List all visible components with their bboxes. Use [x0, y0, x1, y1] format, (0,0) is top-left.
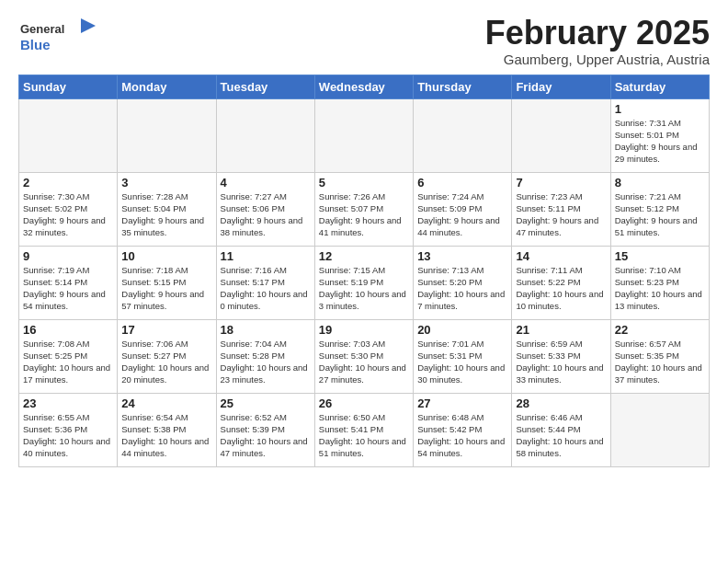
- day-number: 20: [417, 323, 507, 337]
- day-number: 12: [319, 249, 409, 263]
- day-info: Sunrise: 7:04 AM Sunset: 5:28 PM Dayligh…: [221, 338, 311, 386]
- day-info: Sunrise: 7:30 AM Sunset: 5:02 PM Dayligh…: [23, 190, 113, 239]
- calendar-week-5: 23Sunrise: 6:55 AM Sunset: 5:36 PM Dayli…: [19, 393, 710, 466]
- logo: General Blue: [18, 15, 101, 55]
- calendar-week-3: 9Sunrise: 7:19 AM Sunset: 5:14 PM Daylig…: [19, 246, 710, 319]
- days-header-row: SundayMondayTuesdayWednesdayThursdayFrid…: [19, 75, 710, 98]
- day-number: 10: [121, 249, 211, 263]
- calendar-day-14: 14Sunrise: 7:11 AM Sunset: 5:22 PM Dayli…: [512, 246, 610, 319]
- day-info: Sunrise: 7:23 AM Sunset: 5:11 PM Dayligh…: [516, 190, 606, 239]
- day-info: Sunrise: 7:26 AM Sunset: 5:07 PM Dayligh…: [319, 190, 409, 239]
- day-info: Sunrise: 6:48 AM Sunset: 5:42 PM Dayligh…: [417, 411, 507, 460]
- calendar-week-4: 16Sunrise: 7:08 AM Sunset: 5:25 PM Dayli…: [19, 319, 710, 393]
- calendar-day-20: 20Sunrise: 7:01 AM Sunset: 5:31 PM Dayli…: [414, 319, 512, 393]
- day-number: 4: [221, 176, 311, 190]
- calendar-day-25: 25Sunrise: 6:52 AM Sunset: 5:39 PM Dayli…: [216, 393, 314, 466]
- day-info: Sunrise: 6:55 AM Sunset: 5:36 PM Dayligh…: [23, 411, 113, 460]
- header: General Blue February 2025 Gaumberg, Upp…: [0, 0, 728, 75]
- calendar-day-empty-0-4: [414, 98, 512, 172]
- day-info: Sunrise: 7:21 AM Sunset: 5:12 PM Dayligh…: [615, 190, 705, 239]
- day-number: 1: [615, 102, 705, 116]
- calendar-day-empty-4-6: [610, 393, 709, 466]
- day-number: 7: [516, 176, 606, 190]
- day-header-monday: Monday: [118, 75, 216, 98]
- day-number: 27: [417, 396, 507, 410]
- day-header-wednesday: Wednesday: [314, 75, 413, 98]
- day-info: Sunrise: 7:08 AM Sunset: 5:25 PM Dayligh…: [23, 338, 113, 386]
- calendar-day-18: 18Sunrise: 7:04 AM Sunset: 5:28 PM Dayli…: [216, 319, 314, 393]
- calendar-day-26: 26Sunrise: 6:50 AM Sunset: 5:41 PM Dayli…: [314, 393, 413, 466]
- calendar-week-2: 2Sunrise: 7:30 AM Sunset: 5:02 PM Daylig…: [19, 172, 710, 246]
- day-number: 3: [121, 176, 211, 190]
- day-info: Sunrise: 6:59 AM Sunset: 5:33 PM Dayligh…: [516, 338, 606, 386]
- day-number: 25: [221, 396, 311, 410]
- calendar-day-5: 5Sunrise: 7:26 AM Sunset: 5:07 PM Daylig…: [314, 172, 413, 246]
- calendar-day-8: 8Sunrise: 7:21 AM Sunset: 5:12 PM Daylig…: [610, 172, 709, 246]
- day-info: Sunrise: 6:50 AM Sunset: 5:41 PM Dayligh…: [319, 411, 409, 460]
- svg-text:Blue: Blue: [20, 37, 51, 52]
- day-info: Sunrise: 7:28 AM Sunset: 5:04 PM Dayligh…: [121, 190, 211, 239]
- day-number: 13: [417, 249, 507, 263]
- calendar-day-28: 28Sunrise: 6:46 AM Sunset: 5:44 PM Dayli…: [512, 393, 610, 466]
- calendar-day-23: 23Sunrise: 6:55 AM Sunset: 5:36 PM Dayli…: [19, 393, 118, 466]
- day-info: Sunrise: 7:31 AM Sunset: 5:01 PM Dayligh…: [615, 117, 705, 166]
- calendar-day-empty-0-2: [216, 98, 314, 172]
- day-info: Sunrise: 6:57 AM Sunset: 5:35 PM Dayligh…: [615, 338, 705, 386]
- day-number: 23: [23, 396, 113, 410]
- calendar-day-13: 13Sunrise: 7:13 AM Sunset: 5:20 PM Dayli…: [414, 246, 512, 319]
- day-info: Sunrise: 7:16 AM Sunset: 5:17 PM Dayligh…: [221, 264, 311, 313]
- day-number: 21: [516, 323, 606, 337]
- day-number: 8: [615, 176, 705, 190]
- day-info: Sunrise: 7:15 AM Sunset: 5:19 PM Dayligh…: [319, 264, 409, 313]
- day-number: 14: [516, 249, 606, 263]
- day-info: Sunrise: 7:01 AM Sunset: 5:31 PM Dayligh…: [417, 338, 507, 386]
- calendar-day-19: 19Sunrise: 7:03 AM Sunset: 5:30 PM Dayli…: [314, 319, 413, 393]
- calendar-day-7: 7Sunrise: 7:23 AM Sunset: 5:11 PM Daylig…: [512, 172, 610, 246]
- day-info: Sunrise: 6:46 AM Sunset: 5:44 PM Dayligh…: [516, 411, 606, 460]
- day-header-tuesday: Tuesday: [216, 75, 314, 98]
- svg-marker-1: [81, 18, 96, 33]
- day-info: Sunrise: 7:19 AM Sunset: 5:14 PM Dayligh…: [23, 264, 113, 313]
- calendar-day-empty-0-0: [19, 98, 118, 172]
- day-info: Sunrise: 6:54 AM Sunset: 5:38 PM Dayligh…: [121, 411, 211, 460]
- calendar-day-10: 10Sunrise: 7:18 AM Sunset: 5:15 PM Dayli…: [118, 246, 216, 319]
- day-info: Sunrise: 7:10 AM Sunset: 5:23 PM Dayligh…: [615, 264, 705, 313]
- day-number: 18: [221, 323, 311, 337]
- calendar-day-empty-0-1: [118, 98, 216, 172]
- day-header-thursday: Thursday: [414, 75, 512, 98]
- day-info: Sunrise: 7:18 AM Sunset: 5:15 PM Dayligh…: [121, 264, 211, 313]
- day-number: 5: [319, 176, 409, 190]
- day-number: 26: [319, 396, 409, 410]
- day-number: 16: [23, 323, 113, 337]
- day-number: 17: [121, 323, 211, 337]
- calendar-day-2: 2Sunrise: 7:30 AM Sunset: 5:02 PM Daylig…: [19, 172, 118, 246]
- svg-text:General: General: [20, 22, 64, 36]
- day-number: 19: [319, 323, 409, 337]
- day-number: 2: [23, 176, 113, 190]
- calendar-week-1: 1Sunrise: 7:31 AM Sunset: 5:01 PM Daylig…: [19, 98, 710, 172]
- calendar-day-6: 6Sunrise: 7:24 AM Sunset: 5:09 PM Daylig…: [414, 172, 512, 246]
- day-number: 6: [417, 176, 507, 190]
- calendar-day-11: 11Sunrise: 7:16 AM Sunset: 5:17 PM Dayli…: [216, 246, 314, 319]
- day-header-sunday: Sunday: [19, 75, 118, 98]
- day-number: 15: [615, 249, 705, 263]
- calendar-day-empty-0-3: [314, 98, 413, 172]
- calendar-day-27: 27Sunrise: 6:48 AM Sunset: 5:42 PM Dayli…: [414, 393, 512, 466]
- day-number: 9: [23, 249, 113, 263]
- calendar-day-21: 21Sunrise: 6:59 AM Sunset: 5:33 PM Dayli…: [512, 319, 610, 393]
- calendar-day-4: 4Sunrise: 7:27 AM Sunset: 5:06 PM Daylig…: [216, 172, 314, 246]
- day-info: Sunrise: 7:06 AM Sunset: 5:27 PM Dayligh…: [121, 338, 211, 386]
- day-header-saturday: Saturday: [610, 75, 709, 98]
- day-info: Sunrise: 6:52 AM Sunset: 5:39 PM Dayligh…: [221, 411, 311, 460]
- calendar-day-empty-0-5: [512, 98, 610, 172]
- calendar-day-9: 9Sunrise: 7:19 AM Sunset: 5:14 PM Daylig…: [19, 246, 118, 319]
- day-info: Sunrise: 7:24 AM Sunset: 5:09 PM Dayligh…: [417, 190, 507, 239]
- day-info: Sunrise: 7:13 AM Sunset: 5:20 PM Dayligh…: [417, 264, 507, 313]
- calendar-day-17: 17Sunrise: 7:06 AM Sunset: 5:27 PM Dayli…: [118, 319, 216, 393]
- day-number: 22: [615, 323, 705, 337]
- calendar-day-3: 3Sunrise: 7:28 AM Sunset: 5:04 PM Daylig…: [118, 172, 216, 246]
- calendar-day-1: 1Sunrise: 7:31 AM Sunset: 5:01 PM Daylig…: [610, 98, 709, 172]
- day-info: Sunrise: 7:03 AM Sunset: 5:30 PM Dayligh…: [319, 338, 409, 386]
- calendar-day-12: 12Sunrise: 7:15 AM Sunset: 5:19 PM Dayli…: [314, 246, 413, 319]
- calendar-day-24: 24Sunrise: 6:54 AM Sunset: 5:38 PM Dayli…: [118, 393, 216, 466]
